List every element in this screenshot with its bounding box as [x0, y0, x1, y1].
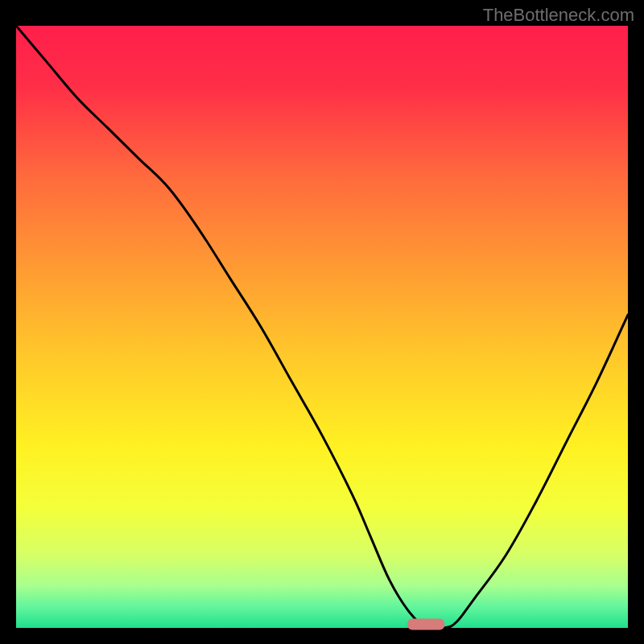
frame: TheBottleneck.com — [0, 0, 644, 644]
plot-area — [16, 26, 628, 628]
bottleneck-curve — [16, 26, 628, 628]
watermark-text: TheBottleneck.com — [483, 5, 634, 26]
optimal-marker — [407, 618, 444, 630]
